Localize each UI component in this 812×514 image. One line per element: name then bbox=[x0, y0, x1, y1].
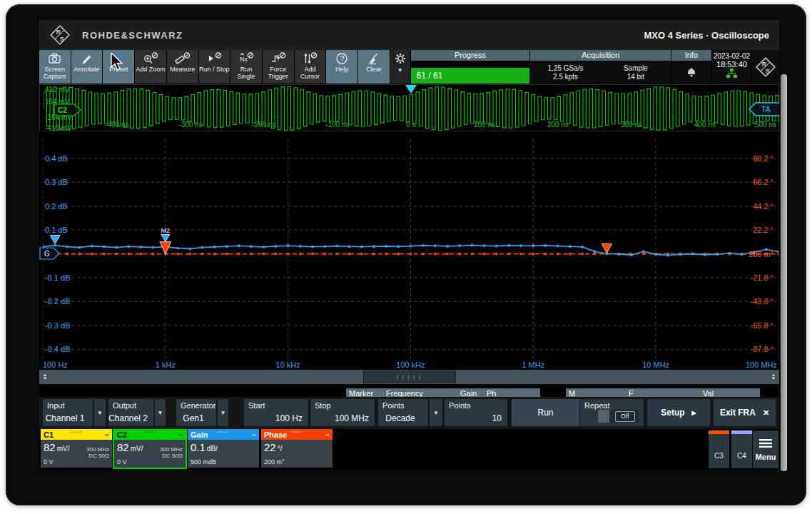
gain-badge-header[interactable]: Gain ▪▪▪▪▪ − bbox=[188, 429, 259, 440]
points-mode-select[interactable]: Points Decade bbox=[378, 399, 428, 426]
screen-capture-button[interactable]: Screen Capture bbox=[39, 50, 71, 84]
strip-time-label: 400 ns bbox=[686, 121, 724, 128]
channel2-badge-header[interactable]: C2 ▪▪▪▪▪ − bbox=[114, 429, 186, 440]
input-value: Channel 1 bbox=[43, 413, 87, 423]
minimize-icon[interactable]: − bbox=[252, 430, 256, 439]
phase-badge[interactable]: Phase ▪▪▪▪▪ − 22 °/ 200 m° bbox=[261, 429, 333, 468]
toolbar-button-label: Help bbox=[335, 66, 349, 74]
acquisition-panel[interactable]: Acquisition 1.25 GSa/s Sample 2.5 kpts 1… bbox=[530, 50, 671, 84]
add-zoom-button[interactable]: Add Zoom bbox=[135, 50, 166, 84]
settings-button[interactable]: ▼ bbox=[390, 50, 410, 84]
run-stop-button[interactable]: Run / Stop bbox=[199, 50, 230, 84]
stop-frequency-field[interactable]: Stop 100 MHz bbox=[310, 399, 375, 426]
channel1-badge[interactable]: C1 ▪▪▪▪▪ − 82 mV/ 300 MHzDC 50Ω 0 V bbox=[41, 429, 112, 468]
repeat-control[interactable]: Repeat Off bbox=[580, 399, 644, 426]
points-mode-dropdown-icon[interactable]: ▼ bbox=[430, 399, 442, 426]
strip-time-label: -400 ns bbox=[98, 121, 136, 128]
svg-text:R: R bbox=[56, 29, 61, 36]
frequency-axis-label: 10 MHz bbox=[634, 361, 677, 369]
drag-handle-dots-icon: ▪▪▪▪▪ bbox=[144, 430, 156, 434]
channel1-badge-header[interactable]: C1 ▪▪▪▪▪ − bbox=[41, 429, 112, 440]
splitter-arrows-left[interactable]: ▲▼ bbox=[39, 373, 51, 381]
phase-badge-header[interactable]: Phase ▪▪▪▪▪ − bbox=[261, 429, 333, 440]
measure-button[interactable]: Measure bbox=[167, 50, 198, 84]
minimize-icon[interactable]: − bbox=[325, 430, 330, 439]
bell-icon[interactable] bbox=[671, 61, 711, 84]
drag-handle-dots-icon: ▪▪▪▪▪ bbox=[218, 430, 229, 434]
submenu-arrow-icon: ▶ bbox=[692, 410, 696, 416]
frequency-axis-label: 100 MHz bbox=[746, 361, 777, 369]
exit-fra-button[interactable]: Exit FRA ✕ bbox=[714, 399, 776, 426]
clock-panel: 2023-02-02 18:53:40 bbox=[712, 50, 752, 84]
minimize-icon[interactable]: − bbox=[105, 430, 109, 439]
help-button[interactable]: ? Help bbox=[326, 50, 357, 84]
force-trigger-button[interactable]: Force Trigger bbox=[263, 50, 294, 84]
rs-logo-icon: RS bbox=[48, 24, 72, 46]
info-panel[interactable]: Info bbox=[671, 50, 711, 84]
gain-axis-label: 0.2 dB bbox=[45, 202, 68, 211]
gain-badge[interactable]: Gain ▪▪▪▪▪ − 0.1 dB/ 500 mdB bbox=[188, 429, 259, 468]
output-dropdown-icon[interactable]: ▼ bbox=[155, 399, 166, 426]
horizontal-splitter[interactable]: ▲▼ | | | | | ▲▼ bbox=[39, 370, 779, 384]
menu-label: Menu bbox=[756, 453, 776, 461]
menu-button[interactable]: Menu bbox=[753, 430, 778, 468]
gain-axis-label: 0.1 dB bbox=[45, 226, 68, 234]
acquisition-record-length: 2.5 kpts bbox=[530, 73, 600, 81]
repeat-state: Off bbox=[615, 411, 635, 422]
phase-axis-label: 88.2 ° bbox=[753, 154, 773, 163]
input-dropdown-icon[interactable]: ▼ bbox=[94, 399, 106, 426]
strip-time-label: 100 ns bbox=[465, 121, 504, 128]
run-button[interactable]: Run bbox=[512, 399, 579, 426]
channel4-label: C4 bbox=[731, 452, 752, 460]
badge-name: Phase bbox=[264, 430, 287, 439]
badge-scale-unit: mV/ bbox=[57, 445, 70, 453]
splitter-drag-handle[interactable]: | | | | | bbox=[363, 371, 456, 383]
acquisition-sample-rate: 1.25 GSa/s bbox=[530, 64, 600, 72]
channel3-tab[interactable]: C3 bbox=[709, 430, 729, 468]
badge-scale-unit: mV/ bbox=[131, 445, 143, 453]
frequency-axis-label: 100 Hz bbox=[43, 361, 68, 369]
badge-scale-unit: dB/ bbox=[207, 445, 218, 453]
strip-v-label: -410 mV bbox=[45, 124, 72, 132]
phase-axis-label: 44.2 ° bbox=[753, 202, 773, 211]
generator-dropdown-icon[interactable]: ▼ bbox=[218, 399, 228, 426]
settings-expand-icon[interactable]: ▼ bbox=[397, 67, 403, 74]
input-select[interactable]: Input Channel 1 bbox=[43, 399, 93, 426]
gain-zero-badge[interactable]: G bbox=[39, 247, 61, 263]
phase-axis-label: -43.8 ° bbox=[750, 297, 773, 306]
toggle-knob[interactable] bbox=[598, 410, 609, 423]
trigger-position-marker[interactable] bbox=[405, 85, 417, 94]
start-frequency-field[interactable]: Start 100 Hz bbox=[244, 399, 308, 426]
phase-axis-label: 200 m° bbox=[748, 250, 773, 258]
clear-button[interactable]: Clear bbox=[358, 50, 390, 84]
badge-scale: 0.1 bbox=[191, 441, 205, 453]
badge-scale: 82 bbox=[44, 441, 56, 453]
points-mode-label: Points bbox=[382, 401, 405, 410]
run-single-button[interactable]: Nx Run Single bbox=[230, 50, 262, 84]
pencil-icon bbox=[79, 52, 95, 65]
toolbar: Screen Capture Annotate Preset Add Zoom … bbox=[39, 50, 779, 84]
badge-bandwidth: 300 MHz bbox=[160, 446, 183, 453]
svg-text:C2: C2 bbox=[58, 106, 67, 114]
generator-select[interactable]: Generator Gen1 bbox=[176, 399, 216, 426]
minimize-icon[interactable]: − bbox=[178, 430, 183, 439]
frequency-axis-label: 1 kHz bbox=[144, 361, 187, 369]
setup-button[interactable]: Setup ▶ bbox=[647, 399, 710, 426]
points-field[interactable]: Points 10 bbox=[445, 399, 507, 426]
repeat-toggle[interactable]: Off bbox=[598, 410, 639, 423]
hamburger-icon bbox=[759, 438, 772, 450]
acquisition-title: Acquisition bbox=[530, 50, 671, 61]
stop-value: 100 MHz bbox=[310, 413, 369, 423]
frequency-axis-label: 10 kHz bbox=[267, 361, 310, 369]
output-select[interactable]: Output Channel 2 bbox=[108, 399, 153, 426]
toolbar-button-label: Add Zoom bbox=[136, 66, 166, 74]
annotate-button[interactable]: Annotate bbox=[71, 50, 103, 84]
toolbar-button-label: Run / Stop bbox=[199, 66, 230, 74]
channel2-badge[interactable]: C2 ▪▪▪▪▪ − 82 mV/ 300 MHzDC 50Ω 0 V bbox=[114, 429, 186, 468]
points-label: Points bbox=[449, 401, 471, 410]
splitter-arrows-right[interactable]: ▲▼ bbox=[768, 373, 779, 381]
close-icon: ✕ bbox=[763, 408, 769, 418]
add-cursor-button[interactable]: Add Cursor bbox=[295, 50, 326, 84]
channel4-tab[interactable]: C4 bbox=[731, 430, 752, 468]
acquisition-resolution: 14 bit bbox=[601, 73, 671, 81]
